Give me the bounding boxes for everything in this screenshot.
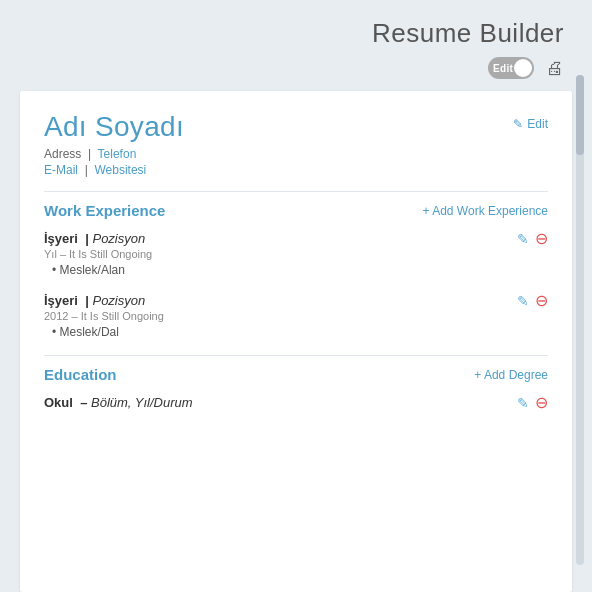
work-entry-1-position: Pozisyon <box>92 231 145 246</box>
pencil-icon: ✎ <box>513 117 523 131</box>
email-link[interactable]: E-Mail <box>44 163 78 177</box>
address-text: Adress <box>44 147 81 161</box>
contact-line-2: E-Mail | Websitesi <box>44 163 548 177</box>
main-card: Adı Soyadı ✎ Edit Adress | Telefon E-Mai… <box>20 91 572 592</box>
education-entry-1-edit-icon[interactable]: ✎ <box>517 395 529 411</box>
contact-line-1: Adress | Telefon <box>44 147 548 161</box>
resume-name: Adı Soyadı <box>44 111 184 143</box>
app-title: Resume Builder <box>28 18 564 49</box>
scrollbar-track[interactable] <box>576 75 584 565</box>
work-entry-1-title: İşyeri | Pozisyon <box>44 231 508 246</box>
work-entry-2-remove-icon[interactable]: ⊖ <box>535 293 548 309</box>
education-entry-1-actions: ✎ ⊖ <box>517 395 548 411</box>
work-entry-1: İşyeri | Pozisyon Yıl – It Is Still Ongo… <box>44 231 548 277</box>
work-entry-2-position: Pozisyon <box>92 293 145 308</box>
phone-link[interactable]: Telefon <box>98 147 137 161</box>
name-edit-link[interactable]: ✎ Edit <box>513 117 548 131</box>
work-entry-2-edit-icon[interactable]: ✎ <box>517 293 529 309</box>
divider-1 <box>44 191 548 192</box>
name-section: Adı Soyadı ✎ Edit <box>44 111 548 143</box>
work-entry-2-title: İşyeri | Pozisyon <box>44 293 508 308</box>
education-header: Education + Add Degree <box>44 366 548 383</box>
work-entry-2-company: İşyeri <box>44 293 78 308</box>
work-entry-1-edit-icon[interactable]: ✎ <box>517 231 529 247</box>
work-entry-1-actions: ✎ ⊖ <box>517 231 548 247</box>
education-entry-1-details: Bölüm, Yıl/Durum <box>91 395 193 410</box>
education-entry-1: Okul – Bölüm, Yıl/Durum ✎ ⊖ <box>44 395 548 410</box>
work-entry-2-bullet: • Meslek/Dal <box>52 325 508 339</box>
education-section: Education + Add Degree Okul – Bölüm, Yıl… <box>44 366 548 410</box>
work-entry-1-bullet: • Meslek/Alan <box>52 263 508 277</box>
education-entry-1-title: Okul – Bölüm, Yıl/Durum <box>44 395 508 410</box>
education-title: Education <box>44 366 117 383</box>
education-entry-1-school: Okul <box>44 395 73 410</box>
edit-toggle-label: Edit <box>493 63 513 74</box>
work-entry-2-actions: ✎ ⊖ <box>517 293 548 309</box>
add-degree-button[interactable]: + Add Degree <box>474 368 548 382</box>
print-button[interactable]: 🖨 <box>546 58 564 79</box>
work-entry-1-remove-icon[interactable]: ⊖ <box>535 231 548 247</box>
work-entry-1-period: Yıl – It Is Still Ongoing <box>44 248 508 260</box>
work-entry-1-company: İşyeri <box>44 231 78 246</box>
work-experience-title: Work Experience <box>44 202 165 219</box>
work-experience-header: Work Experience + Add Work Experience <box>44 202 548 219</box>
scrollbar-thumb[interactable] <box>576 75 584 155</box>
work-entry-2-period: 2012 – It Is Still Ongoing <box>44 310 508 322</box>
work-entry-2: İşyeri | Pozisyon 2012 – It Is Still Ong… <box>44 293 548 339</box>
divider-2 <box>44 355 548 356</box>
toggle-knob <box>514 59 532 77</box>
add-work-experience-button[interactable]: + Add Work Experience <box>422 204 548 218</box>
edit-toggle[interactable]: Edit <box>488 57 534 79</box>
education-entry-1-remove-icon[interactable]: ⊖ <box>535 395 548 411</box>
website-link[interactable]: Websitesi <box>94 163 146 177</box>
